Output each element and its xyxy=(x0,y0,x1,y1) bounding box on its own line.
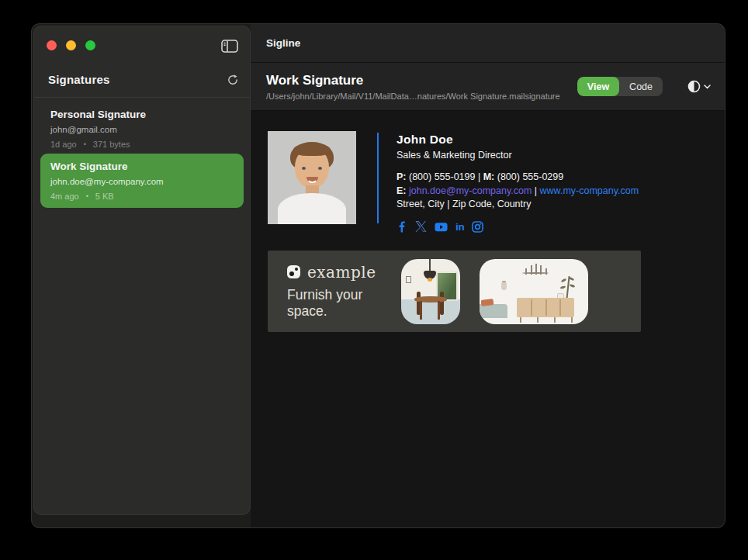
page-title: Work Signature xyxy=(266,73,577,88)
signature-header: Work Signature /Users/john/Library/Mail/… xyxy=(251,63,725,111)
file-path: /Users/john/Library/Mail/V11/MailData…na… xyxy=(266,92,577,101)
brand-logo-icon xyxy=(287,265,300,278)
item-meta: 1d ago•371 bytes xyxy=(50,140,234,149)
main-area: Sigline Work Signature /Users/john/Libra… xyxy=(251,24,725,527)
linkedin-icon[interactable]: in xyxy=(455,221,464,233)
item-email: john.doe@my-company.com xyxy=(50,177,234,186)
sidebar-divider xyxy=(34,97,250,98)
banner-tagline: Furnish your space. xyxy=(287,287,382,321)
sidebar-heading: Signatures xyxy=(48,73,110,86)
minimize-button[interactable] xyxy=(66,40,76,50)
item-email: john@gmail.com xyxy=(50,125,234,134)
facebook-icon[interactable] xyxy=(397,221,407,233)
profile-photo xyxy=(268,131,356,224)
app-window: Signatures Personal Signature john@gmail… xyxy=(31,23,725,528)
x-icon[interactable] xyxy=(415,221,427,232)
item-title: Personal Signature xyxy=(50,109,234,120)
theme-menu-button[interactable] xyxy=(687,80,711,93)
view-code-segmented-control: View Code xyxy=(577,77,663,96)
signature-list-item-work[interactable]: Work Signature john.doe@my-company.com 4… xyxy=(40,154,244,208)
zoom-button[interactable] xyxy=(85,40,95,50)
brand-row: example xyxy=(287,263,376,282)
instagram-icon[interactable] xyxy=(472,221,483,233)
signature-preview: John Doe Sales & Marketing Director P: (… xyxy=(251,111,725,527)
banner-image-dining[interactable] xyxy=(401,259,460,324)
youtube-icon[interactable] xyxy=(435,221,448,233)
signature-role: Sales & Marketing Director xyxy=(397,150,639,161)
item-title: Work Signature xyxy=(50,161,234,172)
banner-image-living[interactable] xyxy=(480,259,588,324)
sidebar-toggle-icon[interactable] xyxy=(220,38,239,54)
window-controls xyxy=(47,40,95,50)
promo-banner[interactable]: example Furnish your space. xyxy=(268,251,641,332)
main-titlebar: Sigline xyxy=(251,24,725,63)
signature-name: John Doe xyxy=(397,133,639,147)
sidebar: Signatures Personal Signature john@gmail… xyxy=(33,26,251,515)
email-line: E: john.doe@my-company.com | www.my-comp… xyxy=(397,185,639,199)
item-meta: 4m ago•5 KB xyxy=(50,192,234,201)
signature-card: John Doe Sales & Marketing Director P: (… xyxy=(268,131,725,233)
website-link[interactable]: www.my-company.com xyxy=(540,185,639,196)
refresh-icon[interactable] xyxy=(227,74,239,86)
view-tab[interactable]: View xyxy=(577,77,619,96)
phone-line: P: (800) 555-0199 | M: (800) 555-0299 xyxy=(397,171,639,185)
contrast-icon xyxy=(687,80,701,93)
address-line: Street, City | Zip Code, Country xyxy=(397,198,639,212)
chevron-down-icon xyxy=(704,85,711,89)
social-icons-row: in xyxy=(397,221,639,233)
email-link[interactable]: john.doe@my-company.com xyxy=(409,185,532,196)
signature-divider-line xyxy=(377,133,379,223)
app-title: Sigline xyxy=(266,37,300,49)
signature-list-item-personal[interactable]: Personal Signature john@gmail.com 1d ago… xyxy=(40,102,244,156)
close-button[interactable] xyxy=(47,40,57,50)
brand-name: example xyxy=(307,263,376,282)
code-tab[interactable]: Code xyxy=(619,77,663,96)
signature-contact: P: (800) 555-0199 | M: (800) 555-0299 E:… xyxy=(397,171,639,212)
